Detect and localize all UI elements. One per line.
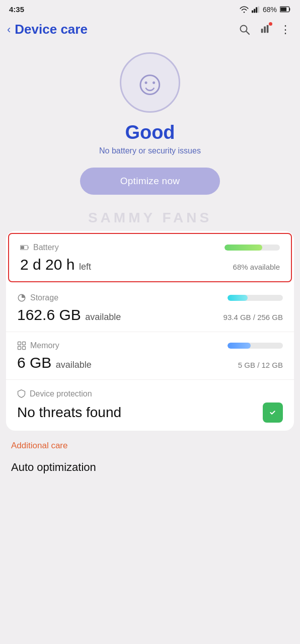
memory-card-header: Memory [17,341,283,350]
svg-rect-5 [280,8,286,12]
status-label: Good [125,122,175,143]
additional-care-section: Additional care Auto optimization [0,431,300,476]
status-icon-circle: ☺ [120,52,180,113]
top-bar-left: ‹ Device care [7,22,88,37]
status-icons: 68% [240,6,291,14]
memory-big-value: 6 GB [17,354,51,371]
battery-card[interactable]: Battery 2 d 20 h left 68% available [8,233,292,282]
battery-progress-fill [224,245,262,251]
smiley-icon: ☺ [132,65,167,100]
back-button[interactable]: ‹ [7,23,11,36]
top-bar: ‹ Device care ⋮ [0,17,300,42]
additional-care-label: Additional care [11,441,289,451]
svg-rect-1 [254,9,255,13]
battery-side-info: 68% available [233,263,280,271]
signal-icon [252,6,260,13]
memory-card-icon [17,341,26,350]
storage-progress-fill [228,295,248,301]
memory-label: Memory [30,341,59,350]
memory-label-row: Memory [17,341,59,350]
memory-progress-bar [228,343,283,349]
storage-unit: available [85,312,121,322]
protection-value-row: No threats found [17,403,283,423]
protection-label: Device protection [30,389,92,398]
optimize-button[interactable]: Optimize now [80,168,220,195]
battery-icon [280,6,291,13]
storage-big-value: 162.6 GB [17,306,81,323]
watermark: SAMMY FANS [0,210,300,226]
storage-value-row: 162.6 GB available 93.4 GB / 256 GB [17,306,283,324]
protection-card[interactable]: Device protection No threats found [6,380,294,431]
svg-rect-8 [261,29,263,33]
svg-rect-2 [256,7,257,13]
status-subtitle: No battery or security issues [99,146,201,155]
storage-card-header: Storage [17,293,283,302]
wifi-icon [240,6,249,13]
storage-card-icon [17,293,26,302]
page-title: Device care [15,22,88,37]
battery-label: Battery [33,243,59,252]
battery-card-icon [20,244,29,251]
svg-line-7 [246,31,249,34]
storage-value: 162.6 GB available [17,306,121,324]
protection-check-icon [263,403,283,423]
storage-progress-bar [228,295,283,301]
protection-value: No threats found [17,405,121,421]
svg-rect-0 [252,10,253,13]
battery-label-row: Battery [20,243,59,252]
battery-percent: 68% [263,6,277,14]
cards-container: Battery 2 d 20 h left 68% available Stor [6,231,294,431]
storage-label-row: Storage [17,293,58,302]
protection-label-row: Device protection [17,389,92,398]
auto-optimization-item[interactable]: Auto optimization [11,455,289,476]
svg-rect-15 [23,342,26,345]
search-icon[interactable] [239,24,251,36]
memory-side-info: 5 GB / 12 GB [238,361,283,369]
svg-rect-12 [21,246,24,249]
battery-card-header: Battery [20,243,280,252]
storage-side-info: 93.4 GB / 256 GB [223,313,283,321]
svg-rect-10 [267,25,269,33]
battery-big-value: 2 d 20 h [20,256,74,273]
top-bar-right: ⋮ [239,23,291,36]
memory-value-row: 6 GB available 5 GB / 12 GB [17,354,283,371]
protection-header: Device protection [17,389,283,398]
status-time: 4:35 [9,5,24,14]
memory-card[interactable]: Memory 6 GB available 5 GB / 12 GB [6,332,294,380]
status-bar: 4:35 68% [0,0,300,17]
svg-rect-16 [18,347,21,350]
storage-card[interactable]: Storage 162.6 GB available 93.4 GB / 256… [6,284,294,332]
svg-rect-9 [264,26,266,33]
svg-rect-17 [23,347,26,350]
storage-label: Storage [30,293,58,302]
more-menu-button[interactable]: ⋮ [280,23,291,36]
svg-rect-14 [18,342,21,345]
battery-unit: left [79,262,91,272]
svg-rect-3 [258,6,259,13]
battery-value-row: 2 d 20 h left 68% available [20,256,280,273]
hero-section: ☺ Good No battery or security issues Opt… [0,42,300,210]
memory-value: 6 GB available [17,354,92,371]
battery-value: 2 d 20 h left [20,256,91,273]
memory-progress-fill [228,343,251,349]
battery-progress-bar [224,245,280,251]
memory-unit: available [56,360,92,370]
analytics-icon[interactable] [260,23,271,36]
protection-card-icon [17,389,26,398]
